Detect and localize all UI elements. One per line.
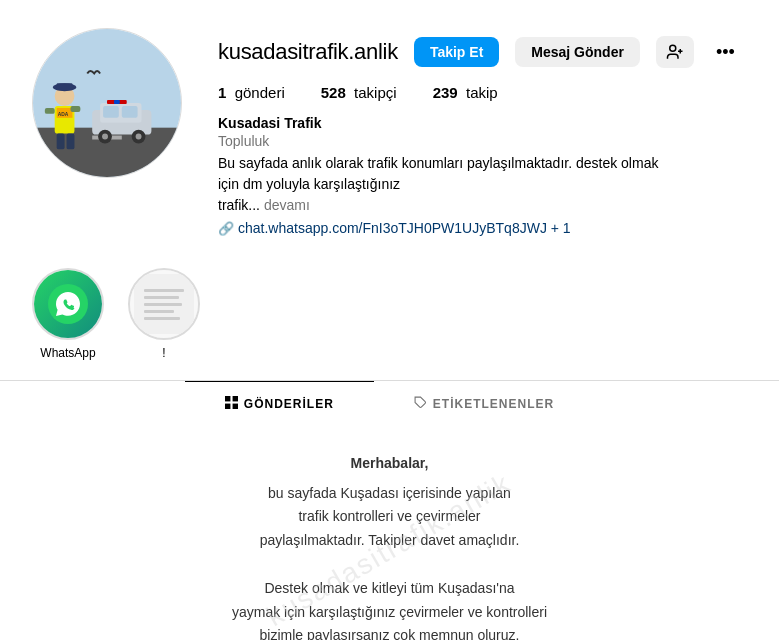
following-stat[interactable]: 239 takip bbox=[433, 84, 498, 101]
link-url: chat.whatsapp.com/FnI3oTJH0PW1UJyBTq8JWJ… bbox=[238, 220, 571, 236]
tab-tagged[interactable]: ETİKETLENENLER bbox=[374, 381, 594, 426]
grid-icon bbox=[225, 396, 238, 412]
svg-point-10 bbox=[136, 134, 142, 140]
message-button[interactable]: Mesaj Gönder bbox=[515, 37, 640, 67]
bio-line1: Bu sayfada anlık olarak trafik konumları… bbox=[218, 155, 658, 192]
profile-header-row: kusadasitrafik.anlik Takip Et Mesaj Gönd… bbox=[218, 36, 747, 68]
profile-avatar[interactable]: ADA bbox=[32, 28, 182, 178]
svg-rect-28 bbox=[144, 289, 184, 292]
profile-info: kusadasitrafik.anlik Takip Et Mesaj Gönd… bbox=[218, 28, 747, 236]
more-dots-icon: ••• bbox=[716, 42, 735, 62]
followers-label: takipçi bbox=[354, 84, 397, 101]
followers-stat[interactable]: 528 takipçi bbox=[321, 84, 397, 101]
following-label: takip bbox=[466, 84, 498, 101]
post-line1: Merhabalar, bbox=[232, 452, 547, 476]
highlight-circle-whatsapp bbox=[32, 268, 104, 340]
svg-rect-5 bbox=[103, 106, 119, 118]
svg-rect-20 bbox=[67, 134, 75, 150]
svg-point-8 bbox=[102, 134, 108, 140]
svg-rect-36 bbox=[232, 404, 237, 409]
highlight-circle-second bbox=[128, 268, 200, 340]
post-line3: trafik kontrolleri ve çevirmeler bbox=[232, 505, 547, 529]
whatsapp-thumbnail bbox=[34, 270, 102, 338]
svg-rect-12 bbox=[114, 100, 120, 104]
post-line7: yaymak için karşılaştığınız çevirmeler v… bbox=[232, 601, 547, 625]
svg-rect-31 bbox=[144, 310, 174, 313]
svg-point-23 bbox=[670, 45, 676, 51]
highlights-section: WhatsApp ! bbox=[0, 256, 779, 380]
link-icon: 🔗 bbox=[218, 221, 234, 236]
stats-row: 1 gönderi 528 takipçi 239 takip bbox=[218, 84, 747, 101]
post-line4: paylaşılmaktadır. Takipler davet amaçlıd… bbox=[232, 529, 547, 553]
second-thumbnail bbox=[130, 270, 198, 338]
post-card[interactable]: kusadasitrafik.anlik Merhabalar, bu sayf… bbox=[150, 450, 630, 640]
svg-rect-32 bbox=[144, 317, 180, 320]
highlight-second[interactable]: ! bbox=[128, 268, 200, 360]
tabs-section: GÖNDERİLER ETİKETLENENLER bbox=[0, 381, 779, 426]
profile-section: ADA kusadasitrafik.anlik Takip Et Mesaj … bbox=[0, 0, 779, 256]
svg-rect-22 bbox=[57, 83, 73, 90]
post-line8: bizimle paylaşırsanız çok memnun oluruz. bbox=[232, 624, 547, 640]
svg-rect-19 bbox=[57, 134, 65, 150]
bio-more-link[interactable]: devamı bbox=[264, 197, 310, 213]
svg-rect-34 bbox=[232, 396, 237, 401]
post-line6: Destek olmak ve kitleyi tüm Kuşadası'na bbox=[232, 577, 547, 601]
post-text-content: kusadasitrafik.anlik Merhabalar, bu sayf… bbox=[232, 452, 547, 640]
posts-count: 1 bbox=[218, 84, 226, 101]
bio-text: Bu sayfada anlık olarak trafik konumları… bbox=[218, 153, 678, 216]
whatsapp-icon bbox=[48, 284, 88, 324]
tab-posts[interactable]: GÖNDERİLER bbox=[185, 381, 374, 426]
second-highlight-icon bbox=[134, 274, 194, 334]
follow-button[interactable]: Takip Et bbox=[414, 37, 499, 67]
svg-rect-18 bbox=[70, 106, 80, 112]
svg-rect-6 bbox=[122, 106, 138, 118]
add-person-icon bbox=[666, 43, 684, 61]
following-count: 239 bbox=[433, 84, 458, 101]
posts-stat[interactable]: 1 gönderi bbox=[218, 84, 285, 101]
profile-link[interactable]: 🔗 chat.whatsapp.com/FnI3oTJH0PW1UJyBTq8J… bbox=[218, 220, 747, 236]
tag-icon bbox=[414, 396, 427, 412]
highlight-label-second: ! bbox=[162, 346, 165, 360]
highlight-label-whatsapp: WhatsApp bbox=[40, 346, 95, 360]
svg-text:ADA: ADA bbox=[58, 112, 69, 117]
tab-posts-label: GÖNDERİLER bbox=[244, 397, 334, 411]
bio-line2: trafik... bbox=[218, 197, 260, 213]
add-person-button[interactable] bbox=[656, 36, 694, 68]
username: kusadasitrafik.anlik bbox=[218, 39, 398, 65]
posts-area: kusadasitrafik.anlik Merhabalar, bu sayf… bbox=[0, 426, 779, 640]
display-name: Kusadasi Trafik bbox=[218, 115, 747, 131]
highlight-whatsapp[interactable]: WhatsApp bbox=[32, 268, 104, 360]
svg-rect-17 bbox=[45, 108, 55, 114]
posts-label: gönderi bbox=[235, 84, 285, 101]
profile-category: Topluluk bbox=[218, 133, 747, 149]
svg-rect-33 bbox=[225, 396, 230, 401]
more-options-button[interactable]: ••• bbox=[710, 38, 741, 67]
followers-count: 528 bbox=[321, 84, 346, 101]
svg-rect-35 bbox=[225, 404, 230, 409]
svg-rect-30 bbox=[144, 303, 182, 306]
tab-tagged-label: ETİKETLENENLER bbox=[433, 397, 554, 411]
svg-rect-29 bbox=[144, 296, 179, 299]
post-line2: bu sayfada Kuşadası içerisinde yapılan bbox=[232, 482, 547, 506]
